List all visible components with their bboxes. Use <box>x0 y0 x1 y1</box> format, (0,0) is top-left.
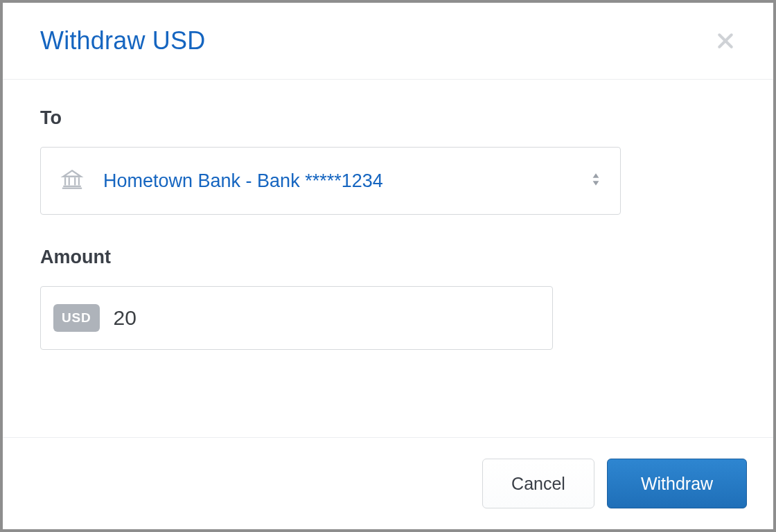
destination-select[interactable]: Hometown Bank - Bank *****1234 <box>40 147 621 215</box>
withdraw-modal: Withdraw USD To <box>3 3 773 529</box>
amount-input[interactable] <box>114 306 540 330</box>
modal-title: Withdraw USD <box>40 26 205 55</box>
modal-body: To Hometown Bank - Ba <box>3 80 773 437</box>
amount-field-group: Amount USD <box>40 247 736 350</box>
destination-select-wrap: Hometown Bank - Bank *****1234 <box>40 147 621 215</box>
svg-marker-10 <box>593 181 599 186</box>
chevron-up-down-icon <box>591 172 601 190</box>
modal-footer: Cancel Withdraw <box>3 437 773 529</box>
svg-marker-2 <box>63 170 81 177</box>
close-button[interactable] <box>711 26 740 55</box>
to-field-group: To Hometown Bank - Ba <box>40 107 736 215</box>
destination-select-value: Hometown Bank - Bank *****1234 <box>103 170 591 192</box>
to-label: To <box>40 107 736 129</box>
close-icon <box>715 30 736 51</box>
amount-input-wrap: USD <box>40 286 553 350</box>
currency-badge: USD <box>53 304 100 332</box>
cancel-button[interactable]: Cancel <box>482 459 594 508</box>
amount-label: Amount <box>40 247 736 268</box>
svg-marker-9 <box>593 173 599 178</box>
bank-icon <box>60 168 84 194</box>
withdraw-button[interactable]: Withdraw <box>607 459 747 508</box>
modal-header: Withdraw USD <box>3 3 773 80</box>
